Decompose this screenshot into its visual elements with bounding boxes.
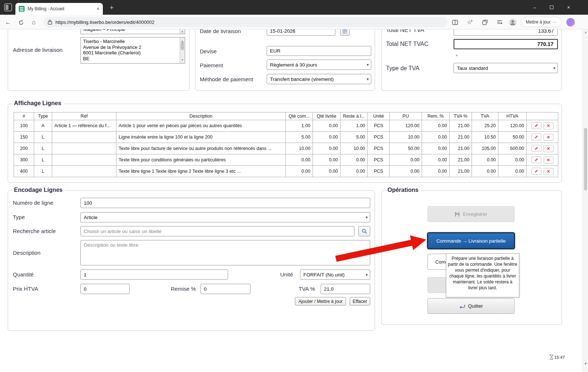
line-number-input[interactable]: [80, 198, 370, 208]
refresh-icon[interactable]: [17, 18, 25, 27]
column-header: Type: [34, 112, 52, 120]
payment-method-select[interactable]: Transfert bancaire (virement) ▾: [267, 74, 371, 84]
unit-select[interactable]: FORFAIT (No unit) ▾: [300, 269, 370, 280]
editor-group: Encodage Lignes Numéro de ligne Type Art…: [8, 190, 375, 331]
url-text[interactable]: https://mybilling.tiserbo.be/orders/edit…: [55, 19, 155, 25]
back-icon[interactable]: ←: [4, 18, 12, 27]
cell-htva: 120.00: [498, 120, 527, 132]
delete-row-button[interactable]: ×: [544, 168, 553, 175]
copilot-icon[interactable]: [566, 18, 575, 26]
payment-method-value: Transfert bancaire (virement): [270, 76, 334, 82]
payment-select[interactable]: Règlement à 30 jours ▾: [267, 60, 371, 70]
cell-vat_rate: 21.00: [450, 166, 472, 177]
update-menu-button[interactable]: Mettre à jour ⋯: [521, 17, 562, 27]
clear-button[interactable]: Effacer: [350, 297, 370, 305]
new-tab-button[interactable]: +: [107, 3, 116, 12]
edit-row-button[interactable]: [531, 156, 541, 163]
payment-method-label: Méthode de paiement: [200, 76, 253, 83]
operations-legend: Opérations: [385, 187, 421, 193]
vat-percent-input[interactable]: [321, 284, 370, 294]
vertical-scrollbar[interactable]: ▲ ▼: [582, 29, 588, 372]
search-icon: [362, 229, 367, 234]
close-button[interactable]: ×: [560, 0, 577, 15]
add-update-button[interactable]: Ajouter / Mettre à jour: [295, 297, 346, 305]
column-header: Unité: [368, 112, 390, 120]
cell-num: 100: [14, 120, 34, 132]
partial-delivery-button[interactable]: Commande → Livraison partielle: [428, 233, 515, 249]
split-screen-icon[interactable]: [451, 18, 459, 26]
edit-row-button[interactable]: [531, 168, 541, 175]
discount-input[interactable]: [201, 284, 250, 294]
type-value: Article: [84, 215, 98, 220]
covered-button-label: Com: [435, 259, 446, 265]
scrollbar-thumb[interactable]: [584, 128, 587, 190]
line-number-label: Numéro de ligne: [13, 199, 53, 207]
scroll-down-icon[interactable]: ▼: [180, 57, 185, 63]
description-textarea[interactable]: [80, 240, 370, 265]
cell-htva: 0.00: [498, 166, 527, 177]
page-content: Magasin – Principal ▼ Adresse de livrais…: [0, 29, 582, 372]
quantity-input[interactable]: [80, 269, 228, 280]
calendar-button[interactable]: [340, 29, 350, 36]
cell-type: A: [34, 120, 52, 132]
quit-button[interactable]: Quitter: [428, 298, 515, 314]
home-icon[interactable]: ⌂: [29, 18, 38, 27]
vat-type-select[interactable]: Taux standard ▾: [454, 63, 558, 73]
workspaces-icon[interactable]: [4, 3, 12, 11]
browser-tab[interactable]: My Billing - Accueil ×: [15, 3, 103, 15]
save-button[interactable]: Enregistrer: [428, 206, 515, 222]
lines-legend: Affichage Lignes: [12, 100, 64, 107]
back-icon: [459, 304, 465, 308]
column-header: Reste à l...: [340, 112, 368, 120]
column-header: #: [14, 112, 34, 120]
partial-delivery-tooltip: Prépare une livraison partielle à partir…: [446, 253, 519, 297]
tab-close-icon[interactable]: ×: [97, 6, 100, 11]
article-search-input[interactable]: [80, 226, 354, 236]
maximize-button[interactable]: [543, 0, 560, 15]
site-info-lock-icon[interactable]: [48, 19, 52, 25]
cell-qty_remaining: 0.00: [340, 154, 368, 166]
delete-row-button[interactable]: ×: [544, 134, 553, 141]
delete-row-button[interactable]: ×: [544, 122, 553, 129]
cell-num: 150: [14, 132, 34, 143]
scroll-down-icon[interactable]: ▼: [583, 362, 588, 365]
collections-icon[interactable]: [481, 18, 489, 26]
browser-toolbar: ← ⌂ https://mybilling.tiserbo.be/orders/…: [0, 15, 588, 29]
profile-avatar[interactable]: [509, 18, 517, 26]
store-scrollbar[interactable]: ▼: [180, 29, 185, 34]
delete-row-button[interactable]: ×: [544, 157, 553, 164]
address-bar[interactable]: https://mybilling.tiserbo.be/orders/edit…: [43, 17, 447, 27]
favorites-add-icon[interactable]: ☆+: [466, 18, 474, 26]
price-input[interactable]: [80, 284, 130, 294]
cell-vat_rate: 21.00: [450, 143, 472, 154]
quit-label: Quitter: [468, 303, 483, 309]
cell-type: L: [34, 143, 52, 154]
chevron-down-icon: ▾: [367, 77, 369, 82]
edit-row-button[interactable]: [531, 122, 541, 129]
delivery-date-input[interactable]: [267, 29, 335, 36]
delete-row-button[interactable]: ×: [544, 145, 553, 152]
minimize-button[interactable]: –: [526, 0, 543, 15]
status-clock: 15:47: [550, 355, 565, 360]
cell-unit: PCS: [368, 120, 390, 132]
currency-input[interactable]: [267, 46, 371, 56]
scroll-thumb[interactable]: [181, 42, 184, 50]
store-listbox[interactable]: Magasin – Principal ▼: [80, 29, 185, 34]
delete-x-icon: ×: [547, 157, 550, 162]
cell-vat_rate: 21.00: [450, 120, 472, 132]
edit-row-button[interactable]: [531, 145, 541, 152]
type-select[interactable]: Article ▾: [80, 212, 370, 222]
scroll-down-icon[interactable]: ▼: [180, 31, 185, 33]
delete-x-icon: ×: [547, 146, 550, 151]
cell-description: Article 1 pour vente en pièces par pièce…: [116, 120, 286, 132]
favorites-list-icon[interactable]: [495, 18, 504, 26]
scroll-up-icon[interactable]: ▲: [583, 31, 588, 34]
calendar-icon: [343, 29, 347, 33]
chevron-down-icon: ▾: [365, 215, 368, 220]
address-scrollbar[interactable]: ▲ ▼: [180, 37, 185, 63]
edit-row-button[interactable]: [531, 133, 541, 140]
delivery-address-listbox[interactable]: Tiserbo - MarcinelleAvenue de la Prévoya…: [80, 37, 185, 64]
cell-unit_price: 10.00: [390, 132, 422, 143]
cell-num: 400: [14, 166, 34, 177]
unit-label: Unité: [280, 271, 293, 278]
